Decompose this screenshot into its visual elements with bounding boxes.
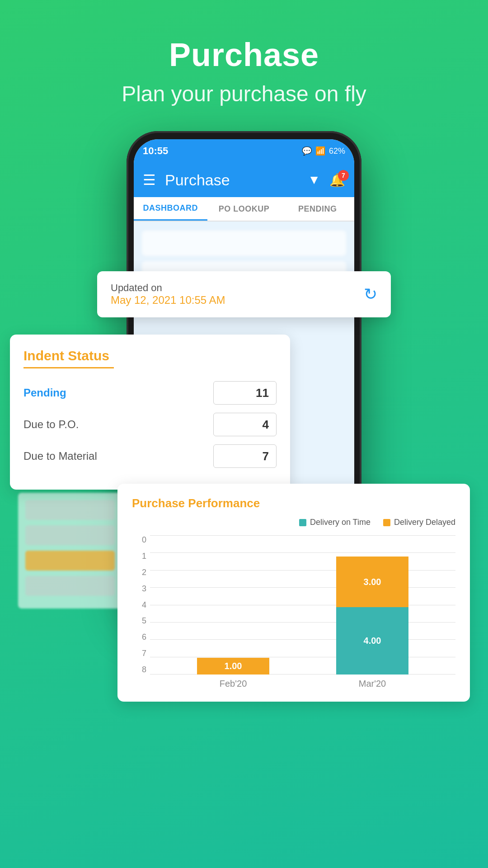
y-label-0: 0 (132, 535, 150, 545)
status-time: 10:55 (143, 145, 168, 157)
app-bar: ☰ Purchase ▼ 🔔 7 (134, 163, 354, 197)
performance-title: Purchase Performance (132, 496, 455, 510)
notification-badge: 7 (338, 170, 349, 181)
legend-delayed-label: Delivery Delayed (394, 518, 455, 527)
app-bar-title: Purchase (165, 171, 308, 189)
y-axis: 8 7 6 5 4 3 2 1 0 (132, 535, 150, 689)
hero-subtitle: Plan your purchase on fly (0, 81, 488, 106)
refresh-icon[interactable]: ↻ (364, 285, 377, 304)
indent-material-label: Due to Material (23, 450, 97, 462)
bar-mar-ontime: 4.00 (336, 607, 408, 675)
legend-dot-delayed (383, 519, 390, 526)
indent-title-underline (23, 367, 114, 368)
bar-group-mar: 3.00 4.00 (336, 557, 408, 675)
status-icons: 💬 📶 62% (302, 146, 345, 156)
bar-group-feb: 1.00 (197, 658, 269, 675)
tab-pending[interactable]: PENDING (281, 197, 354, 221)
indent-material-value: 7 (213, 444, 277, 468)
whatsapp-icon: 💬 (302, 146, 312, 156)
indent-row-pending: Pending 11 (23, 381, 277, 405)
tab-po-lookup[interactable]: PO LOOKUP (207, 197, 281, 221)
bar-stack-feb: 1.00 (197, 658, 269, 675)
tab-dashboard[interactable]: DASHBOARD (134, 197, 207, 221)
updated-text: Updated on May 12, 2021 10:55 AM (111, 282, 225, 307)
x-label-mar: Mar'20 (359, 679, 386, 689)
y-label-5: 5 (132, 616, 150, 626)
bars-container: 1.00 3.00 4.00 (150, 535, 455, 675)
indent-row-po: Due to P.O. 4 (23, 413, 277, 436)
indent-pending-value: 11 (213, 381, 277, 405)
bar-stack-mar: 3.00 4.00 (336, 557, 408, 675)
filter-icon[interactable]: ▼ (308, 173, 320, 187)
y-label-2: 2 (132, 568, 150, 577)
bar-mar-delayed: 3.00 (336, 557, 408, 607)
y-label-4: 4 (132, 600, 150, 610)
updated-popup: Updated on May 12, 2021 10:55 AM ↻ (97, 271, 391, 317)
indent-pending-label: Pending (23, 387, 66, 399)
y-label-1: 1 (132, 552, 150, 561)
blur-row-1 (25, 500, 115, 520)
tab-bar: DASHBOARD PO LOOKUP PENDING (134, 197, 354, 222)
battery-icon: 62% (329, 146, 345, 156)
chart-legend: Delivery on Time Delivery Delayed (132, 518, 455, 527)
blur-row-3 (25, 551, 115, 571)
legend-on-time: Delivery on Time (299, 518, 371, 527)
y-label-6: 6 (132, 632, 150, 642)
indent-po-label: Due to P.O. (23, 418, 79, 431)
blur-row-2 (25, 525, 115, 545)
blur-row-4 (25, 576, 115, 596)
legend-delayed: Delivery Delayed (383, 518, 455, 527)
updated-label: Updated on (111, 282, 225, 294)
indent-status-card: Indent Status Pending 11 Due to P.O. 4 D… (10, 335, 290, 490)
left-blur-panel (18, 493, 122, 609)
x-axis: Feb'20 Mar'20 (150, 679, 455, 689)
y-label-8: 8 (132, 665, 150, 675)
updated-date: May 12, 2021 10:55 AM (111, 294, 225, 307)
app-bar-actions: ▼ 🔔 7 (308, 173, 345, 188)
notification-icon[interactable]: 🔔 7 (329, 173, 345, 188)
indent-po-value: 4 (213, 413, 277, 436)
hamburger-icon[interactable]: ☰ (143, 171, 156, 189)
performance-card: Purchase Performance Delivery on Time De… (117, 484, 470, 702)
chart-body: 1.00 3.00 4.00 Feb'20 Mar'20 (150, 535, 455, 689)
signal-icon: 📶 (315, 146, 325, 156)
hero-title: Purchase (0, 36, 488, 73)
indent-status-title: Indent Status (23, 348, 277, 363)
status-bar: 10:55 💬 📶 62% (134, 139, 354, 163)
indent-row-material: Due to Material 7 (23, 444, 277, 468)
legend-dot-on-time (299, 519, 306, 526)
x-label-feb: Feb'20 (220, 679, 247, 689)
chart-area: 8 7 6 5 4 3 2 1 0 (132, 535, 455, 689)
y-label-7: 7 (132, 649, 150, 658)
y-label-3: 3 (132, 584, 150, 594)
bar-feb-delayed: 1.00 (197, 658, 269, 675)
legend-on-time-label: Delivery on Time (310, 518, 371, 527)
